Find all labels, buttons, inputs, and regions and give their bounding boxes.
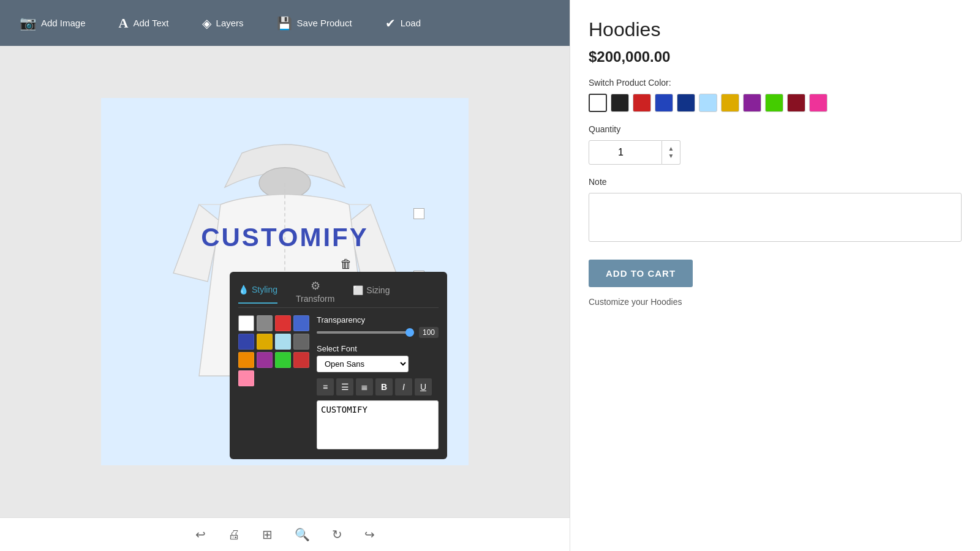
product-price: $200,000.00 [589, 48, 962, 66]
color-option-lightblue[interactable] [699, 94, 717, 112]
color-option-yellow[interactable] [721, 94, 739, 112]
tab-styling[interactable]: 💧 Styling [238, 279, 277, 304]
design-canvas[interactable]: CUSTOMIFY 🗑 ⧉ 💧 Styling [101, 98, 469, 465]
color-option-darkred[interactable] [787, 94, 805, 112]
gear-icon: ⚙ [311, 279, 320, 293]
color-swatch-red[interactable] [275, 315, 291, 331]
left-panel: 📷 Add Image A Add Text ◈ Layers 💾 Save P… [0, 0, 570, 551]
slider-row: 100 [317, 327, 439, 338]
add-text-icon: A [119, 15, 129, 31]
add-image-label: Add Image [41, 18, 86, 28]
sizing-icon: ⬜ [353, 285, 363, 295]
quantity-section: Quantity ▲ ▼ [589, 124, 962, 165]
save-product-label: Save Product [297, 18, 352, 28]
color-options [589, 94, 962, 112]
color-swatch-pink[interactable] [238, 370, 254, 386]
color-option-darkblue[interactable] [677, 94, 695, 112]
note-section: Note [589, 177, 962, 244]
note-label: Note [589, 177, 962, 187]
zoom-button[interactable]: 🔍 [290, 523, 315, 545]
text-area-wrapper [317, 400, 439, 452]
save-product-button[interactable]: 💾 Save Product [270, 11, 360, 36]
canvas-area: CUSTOMIFY 🗑 ⧉ 💧 Styling [0, 46, 570, 517]
styling-tabs: 💧 Styling ⚙ Transform ⬜ Sizing [238, 279, 439, 308]
color-option-red[interactable] [633, 94, 651, 112]
quantity-input: ▲ ▼ [589, 140, 962, 165]
underline-button[interactable]: U [415, 378, 432, 395]
layers-button[interactable]: ◈ Layers [195, 11, 251, 36]
color-swatch-lightblue[interactable] [275, 334, 291, 350]
color-option-purple[interactable] [743, 94, 761, 112]
delete-icon[interactable]: 🗑 [340, 257, 352, 271]
load-button[interactable]: ✔ Load [378, 11, 428, 36]
color-swatch-darkgray[interactable] [293, 334, 309, 350]
note-textarea[interactable] [589, 193, 962, 242]
load-icon: ✔ [385, 16, 396, 31]
transparency-label: Transparency [317, 315, 439, 324]
customize-text: Customize your Hoodies [589, 297, 962, 307]
undo-button[interactable]: ↩ [190, 523, 211, 545]
right-panel: Hoodies $200,000.00 Switch Product Color… [570, 0, 980, 551]
color-grid [238, 315, 309, 386]
transparency-value: 100 [419, 327, 439, 338]
color-swatch-darkblue[interactable] [238, 334, 254, 350]
switch-color-label: Switch Product Color: [589, 78, 962, 88]
product-title: Hoodies [589, 18, 962, 41]
grid-button[interactable]: ⊞ [257, 523, 277, 545]
transparency-slider[interactable] [317, 331, 414, 334]
tab-sizing[interactable]: ⬜ Sizing [353, 279, 390, 304]
italic-button[interactable]: I [395, 378, 412, 395]
align-right-button[interactable]: ≣ [356, 378, 373, 395]
color-option-white[interactable] [589, 94, 607, 112]
tab-transform[interactable]: ⚙ Transform [296, 279, 334, 304]
add-text-label: Add Text [133, 18, 168, 28]
add-image-button[interactable]: 📷 Add Image [12, 10, 93, 36]
color-option-black[interactable] [611, 94, 629, 112]
color-section [238, 315, 309, 452]
align-center-button[interactable]: ☰ [336, 378, 353, 395]
styling-panel: 💧 Styling ⚙ Transform ⬜ Sizing [230, 272, 447, 459]
layers-icon: ◈ [202, 16, 211, 31]
font-label: Select Font [317, 344, 439, 353]
color-swatch-yellow[interactable] [257, 334, 273, 350]
color-swatch-white[interactable] [238, 315, 254, 331]
color-option-green[interactable] [765, 94, 783, 112]
color-swatch-green[interactable] [275, 352, 291, 368]
color-swatch-blue[interactable] [293, 315, 309, 331]
align-left-button[interactable]: ≡ [317, 378, 334, 395]
layers-label: Layers [216, 18, 244, 28]
format-buttons: ≡ ☰ ≣ B I U [317, 378, 439, 395]
quantity-label: Quantity [589, 124, 962, 134]
panel-content: Transparency 100 [238, 315, 439, 452]
color-swatch-purple[interactable] [257, 352, 273, 368]
add-to-cart-button[interactable]: ADD TO CART [589, 260, 693, 287]
color-swatch-orange[interactable] [238, 352, 254, 368]
font-select-row: Open Sans Arial Times New Roman Georgia … [317, 356, 439, 372]
bold-button[interactable]: B [375, 378, 393, 395]
refresh-button[interactable]: ↻ [327, 523, 347, 545]
color-option-pink[interactable] [809, 94, 827, 112]
qty-down-arrow[interactable]: ▼ [668, 152, 674, 160]
redo-button[interactable]: ↪ [360, 523, 380, 545]
quantity-spinner[interactable]: ▲ ▼ [662, 140, 680, 165]
styling-drop-icon: 💧 [238, 285, 249, 294]
load-label: Load [401, 18, 421, 28]
handle-right-top[interactable] [413, 208, 424, 219]
toolbar: 📷 Add Image A Add Text ◈ Layers 💾 Save P… [0, 0, 570, 46]
color-swatch-gray[interactable] [257, 315, 273, 331]
bottom-toolbar: ↩ 🖨 ⊞ 🔍 ↻ ↪ [0, 517, 570, 551]
font-select[interactable]: Open Sans Arial Times New Roman Georgia … [317, 356, 409, 372]
qty-up-arrow[interactable]: ▲ [668, 145, 674, 152]
quantity-field[interactable] [589, 140, 662, 165]
color-option-blue[interactable] [655, 94, 673, 112]
add-text-button[interactable]: A Add Text [111, 10, 176, 36]
controls-section: Transparency 100 [317, 315, 439, 452]
transparency-control: Transparency 100 [317, 315, 439, 338]
save-icon: 💾 [277, 16, 292, 31]
color-swatch-crimson[interactable] [293, 352, 309, 368]
add-image-icon: 📷 [20, 15, 36, 31]
text-input[interactable] [317, 400, 439, 449]
print-button[interactable]: 🖨 [223, 524, 245, 545]
font-control: Select Font Open Sans Arial Times New Ro… [317, 344, 439, 372]
